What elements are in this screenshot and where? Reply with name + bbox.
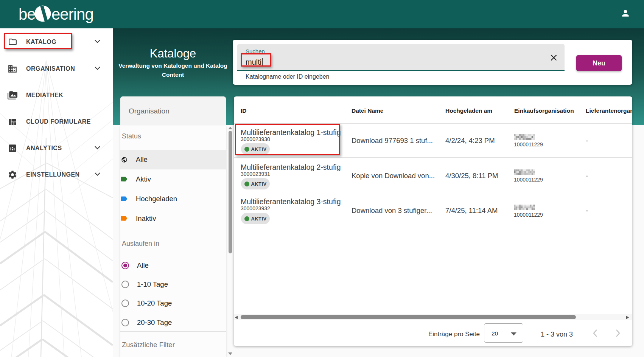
svg-text:eering: eering: [51, 5, 93, 23]
svg-text:be: be: [19, 5, 36, 23]
